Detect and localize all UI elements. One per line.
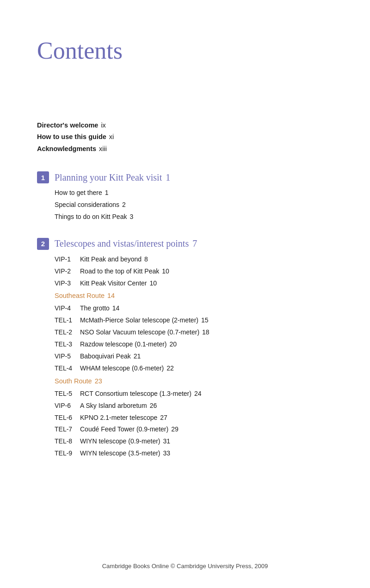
chapter-2: 2 Telescopes and vistas/interest points7… <box>37 238 333 460</box>
chapter-2-header: 2 Telescopes and vistas/interest points7 <box>37 238 333 250</box>
chapter-2-entries: VIP-1Kitt Peak and beyond8 VIP-2Road to … <box>55 254 333 460</box>
list-item: VIP-1Kitt Peak and beyond8 <box>55 254 333 266</box>
acknowledgments-page: xiii <box>99 145 107 152</box>
how-to-use-page: xi <box>109 133 114 140</box>
list-item: VIP-4The grotto14 <box>55 303 333 315</box>
chapter-1-entries: How to get there1 Special considerations… <box>55 187 333 223</box>
list-item: TEL-7Coudé Feed Tower (0.9-meter)29 <box>55 424 333 436</box>
list-item: TEL-1McMath-Pierce Solar telescope (2-me… <box>55 315 333 327</box>
list-item: VIP-2Road to the top of Kitt Peak10 <box>55 266 333 278</box>
front-matter-section: Director's welcomeix How to use this gui… <box>37 120 333 155</box>
list-item: Things to do on Kitt Peak3 <box>55 211 333 223</box>
list-item: TEL-5RCT Consortium telescope (1.3-meter… <box>55 388 333 400</box>
south-route-header: South Route23 <box>55 375 333 388</box>
list-item: TEL-4WHAM telescope (0.6-meter)22 <box>55 363 333 375</box>
list-item: TEL-8WIYN telescope (0.9-meter)31 <box>55 436 333 448</box>
list-item: TEL-3Razdow telescope (0.1-meter)20 <box>55 339 333 351</box>
directors-welcome-page: ix <box>101 121 105 129</box>
chapter-1-title: Planning your Kitt Peak visit1 <box>55 172 170 183</box>
page-title: Contents <box>37 37 333 64</box>
directors-welcome-label: Director's welcome <box>37 121 98 129</box>
list-item: VIP-6A Sky Island arboretum26 <box>55 400 333 412</box>
footer: Cambridge Books Online © Cambridge Unive… <box>0 563 370 570</box>
acknowledgments-label: Acknowledgments <box>37 145 96 152</box>
chapter-1-header: 1 Planning your Kitt Peak visit1 <box>37 171 333 183</box>
chapter-2-title: Telescopes and vistas/interest points7 <box>55 238 197 249</box>
list-item: VIP-5Baboquivari Peak21 <box>55 351 333 363</box>
chapter-1: 1 Planning your Kitt Peak visit1 How to … <box>37 171 333 223</box>
front-matter-item: Director's welcomeix <box>37 120 333 131</box>
list-item: TEL-2NSO Solar Vacuum telescope (0.7-met… <box>55 327 333 339</box>
list-item: How to get there1 <box>55 187 333 199</box>
list-item: TEL-6KPNO 2.1-meter telescope27 <box>55 412 333 424</box>
list-item: VIP-3Kitt Peak Visitor Center10 <box>55 278 333 290</box>
list-item: Special considerations2 <box>55 199 333 211</box>
front-matter-item: How to use this guidexi <box>37 131 333 143</box>
list-item: TEL-9WIYN telescope (3.5-meter)33 <box>55 448 333 460</box>
chapter-2-number: 2 <box>37 238 49 250</box>
how-to-use-label: How to use this guide <box>37 133 106 140</box>
front-matter-item: Acknowledgmentsxiii <box>37 143 333 155</box>
chapter-1-number: 1 <box>37 171 49 183</box>
southeast-route-header: Southeast Route14 <box>55 289 333 303</box>
